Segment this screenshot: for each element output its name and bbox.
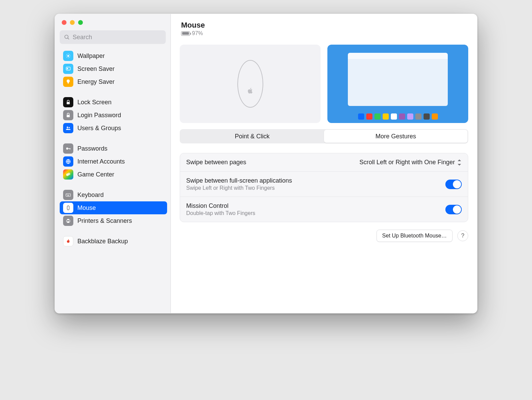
dock-app-icon	[391, 113, 397, 120]
mouse-illustration	[180, 45, 321, 123]
search-input[interactable]	[73, 34, 162, 41]
svg-point-24	[68, 173, 71, 175]
sidebar-item-keyboard[interactable]: Keyboard	[60, 188, 167, 201]
sidebar-item-label: Mouse	[77, 204, 96, 212]
svg-point-16	[67, 127, 69, 128]
mouse-shape-icon	[237, 60, 263, 108]
tab-segmented-control: Point & Click More Gestures	[180, 129, 468, 143]
screen-saver-icon	[63, 64, 73, 74]
users-groups-icon	[63, 123, 73, 133]
setting-title: Mission Control	[186, 202, 440, 210]
svg-point-17	[69, 127, 70, 128]
sidebar-item-label: Internet Accounts	[77, 158, 125, 165]
sidebar-item-backblaze-backup[interactable]: Backblaze Backup	[60, 235, 167, 248]
svg-rect-29	[67, 196, 69, 196]
svg-rect-26	[67, 195, 68, 195]
svg-rect-28	[69, 195, 70, 195]
sidebar-item-energy-saver[interactable]: Energy Saver	[60, 75, 167, 88]
svg-line-10	[69, 54, 70, 55]
battery-percent: 97%	[192, 30, 203, 36]
setting-title: Swipe between full-screen applications	[186, 177, 440, 184]
sidebar-item-screen-saver[interactable]: Screen Saver	[60, 62, 167, 75]
svg-line-9	[66, 57, 67, 58]
page-header: Mouse 97%	[181, 21, 468, 36]
window-zoom-button[interactable]	[78, 20, 83, 25]
sidebar-item-game-center[interactable]: Game Center	[60, 168, 167, 181]
svg-rect-25	[66, 194, 71, 196]
row-swipe-between-pages: Swipe between pages Scroll Left or Right…	[180, 153, 468, 171]
svg-rect-30	[67, 206, 69, 210]
internet-accounts-icon	[63, 156, 73, 167]
mission-control-toggle[interactable]	[445, 205, 462, 214]
mouse-icon	[63, 203, 73, 213]
sidebar-item-login-password[interactable]: Login Password	[60, 109, 167, 122]
sidebar-item-internet-accounts[interactable]: Internet Accounts	[60, 155, 167, 168]
sidebar-item-label: Printers & Scanners	[77, 217, 132, 225]
battery-icon	[181, 31, 190, 36]
sidebar-item-label: Energy Saver	[77, 78, 115, 86]
wallpaper-icon	[63, 51, 73, 61]
gesture-settings-list: Swipe between pages Scroll Left or Right…	[180, 153, 468, 222]
dock-app-icon	[374, 113, 381, 120]
search-field[interactable]	[60, 30, 166, 44]
dock-app-icon	[415, 113, 422, 120]
svg-line-7	[66, 54, 67, 55]
sidebar-item-label: Lock Screen	[77, 99, 112, 106]
swipe-pages-select[interactable]: Scroll Left or Right with One Finger	[359, 159, 462, 166]
dock-app-icon	[366, 113, 372, 120]
svg-point-12	[67, 68, 68, 69]
apple-logo-icon	[247, 87, 254, 94]
login-password-icon	[63, 110, 73, 120]
sidebar-item-label: Backblaze Backup	[77, 238, 128, 245]
printers-scanners-icon	[63, 216, 73, 226]
swipe-fullscreen-toggle[interactable]	[445, 180, 462, 189]
window-close-button[interactable]	[62, 20, 66, 25]
tab-point-click[interactable]: Point & Click	[180, 130, 324, 143]
sidebar-item-label: Game Center	[77, 171, 114, 178]
footer: Set Up Bluetooth Mouse… ?	[180, 230, 468, 242]
dock-app-icon	[432, 113, 438, 120]
window-minimize-button[interactable]	[70, 20, 75, 25]
sidebar-item-passwords[interactable]: Passwords	[60, 142, 167, 155]
setup-bluetooth-mouse-button[interactable]: Set Up Bluetooth Mouse…	[376, 230, 453, 242]
game-center-icon	[63, 169, 73, 180]
system-settings-window: Wallpaper Screen Saver Energy Saver	[55, 14, 477, 313]
sidebar-item-lock-screen[interactable]: Lock Screen	[60, 96, 167, 109]
backblaze-icon	[63, 236, 73, 246]
tab-more-gestures[interactable]: More Gestures	[324, 130, 468, 143]
svg-line-1	[68, 38, 69, 39]
battery-status: 97%	[181, 30, 468, 36]
setting-title: Swipe between pages	[186, 159, 354, 166]
sidebar-item-label: Screen Saver	[77, 65, 115, 73]
page-title: Mouse	[181, 21, 468, 30]
svg-line-8	[69, 57, 70, 58]
svg-rect-32	[67, 219, 69, 220]
sidebar-list: Wallpaper Screen Saver Energy Saver	[55, 47, 171, 308]
svg-rect-14	[67, 102, 70, 104]
keyboard-icon	[63, 190, 73, 200]
row-swipe-fullscreen-apps: Swipe between full-screen applications S…	[180, 171, 468, 197]
svg-point-2	[67, 55, 69, 57]
svg-rect-20	[70, 148, 71, 150]
sidebar-item-label: Wallpaper	[77, 52, 105, 60]
sidebar-item-wallpaper[interactable]: Wallpaper	[60, 49, 167, 62]
window-controls	[55, 14, 171, 28]
dock-app-icon	[383, 113, 389, 120]
gesture-preview	[327, 45, 468, 123]
row-mission-control: Mission Control Double-tap with Two Fing…	[180, 197, 468, 222]
help-button[interactable]: ?	[457, 230, 468, 241]
svg-rect-15	[67, 115, 70, 117]
dock-app-icon	[407, 113, 413, 120]
setting-subtitle: Swipe Left or Right with Two Fingers	[186, 185, 440, 191]
dock-app-icon	[424, 113, 430, 120]
sidebar-item-users-groups[interactable]: Users & Groups	[60, 122, 167, 135]
main-content: Mouse 97% Point & Click More Gestures	[171, 14, 477, 313]
sidebar-item-mouse[interactable]: Mouse	[60, 201, 167, 214]
select-value: Scroll Left or Right with One Finger	[359, 159, 455, 166]
dock-app-icon	[399, 113, 405, 120]
lock-screen-icon	[63, 97, 73, 107]
sidebar: Wallpaper Screen Saver Energy Saver	[55, 14, 171, 313]
sidebar-item-printers-scanners[interactable]: Printers & Scanners	[60, 214, 167, 227]
svg-rect-13	[68, 83, 69, 84]
dock-app-icon	[358, 113, 364, 120]
